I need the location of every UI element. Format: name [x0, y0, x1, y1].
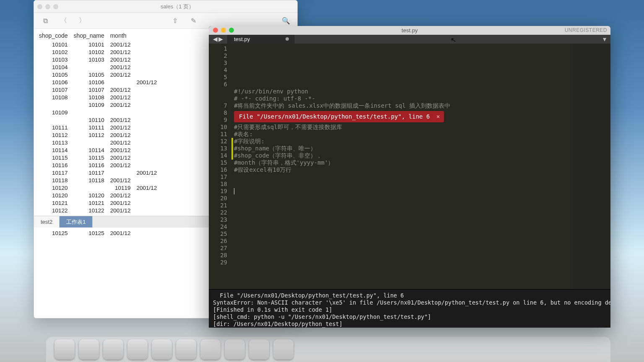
- table-cell[interactable]: 2001/12: [109, 124, 135, 131]
- build-output-panel[interactable]: File "/Users/nx01/Desktop/python_test/te…: [209, 289, 610, 328]
- table-cell[interactable]: 10112: [72, 131, 109, 139]
- table-cell[interactable]: 10108: [72, 93, 109, 101]
- table-cell[interactable]: 10107: [37, 86, 72, 93]
- table-cell[interactable]: 10102: [37, 48, 72, 56]
- editor-titlebar[interactable]: test.py UNREGISTERED: [209, 26, 610, 35]
- table-cell[interactable]: 2001/12: [109, 191, 135, 199]
- table-cell[interactable]: 2001/12: [109, 93, 135, 101]
- editor-area[interactable]: 123456 789101112131415161718192021222324…: [209, 44, 610, 289]
- sheet-tab-test2[interactable]: test2: [34, 216, 60, 228]
- dock-app[interactable]: [103, 339, 123, 359]
- table-cell[interactable]: 10121: [72, 199, 109, 207]
- table-cell[interactable]: 10114: [37, 146, 72, 154]
- dock-app[interactable]: [55, 339, 75, 359]
- dock-app[interactable]: [225, 339, 245, 359]
- table-cell[interactable]: 2001/12: [109, 86, 135, 93]
- table-cell[interactable]: 10120: [37, 191, 72, 199]
- table-cell[interactable]: 2001/12: [109, 56, 135, 63]
- table-cell[interactable]: 10122: [72, 207, 109, 214]
- table-cell[interactable]: 2001/12: [109, 48, 135, 56]
- table-cell[interactable]: [72, 139, 109, 146]
- table-cell[interactable]: [37, 116, 72, 124]
- tab-prev-icon[interactable]: ◀: [213, 36, 218, 42]
- table-cell[interactable]: 10118: [37, 176, 72, 184]
- table-cell[interactable]: 2001/12: [109, 101, 135, 109]
- edit-icon[interactable]: ✎: [187, 16, 200, 26]
- nav-forward-icon[interactable]: 〉: [76, 16, 88, 26]
- table-cell[interactable]: [109, 78, 135, 86]
- table-cell[interactable]: 10115: [72, 154, 109, 161]
- table-cell[interactable]: 10117: [37, 169, 72, 176]
- table-cell[interactable]: 10103: [37, 56, 72, 63]
- table-cell[interactable]: 10105: [72, 71, 109, 78]
- table-cell[interactable]: [72, 63, 109, 71]
- table-cell[interactable]: 10109: [72, 101, 109, 109]
- table-cell[interactable]: 10122: [37, 207, 72, 214]
- table-cell[interactable]: 2001/12: [109, 161, 135, 169]
- table-cell[interactable]: 10106: [37, 78, 72, 86]
- table-cell[interactable]: 2001/12: [109, 199, 135, 207]
- table-cell[interactable]: [109, 109, 135, 116]
- table-cell[interactable]: 2001/12: [109, 176, 135, 184]
- table-cell[interactable]: 10116: [72, 161, 109, 169]
- dock-app[interactable]: [152, 339, 172, 359]
- table-cell[interactable]: 2001/12: [109, 63, 135, 71]
- table-cell[interactable]: 10125: [37, 229, 72, 237]
- table-cell[interactable]: 10125: [72, 229, 109, 237]
- table-cell[interactable]: 10103: [72, 56, 109, 63]
- dock-app[interactable]: [79, 339, 99, 359]
- table-cell[interactable]: 10108: [37, 93, 72, 101]
- close-icon[interactable]: ×: [436, 113, 440, 120]
- dock-app[interactable]: [200, 339, 221, 359]
- table-cell[interactable]: 10111: [72, 124, 109, 131]
- table-cell[interactable]: 2001/12: [109, 131, 135, 139]
- table-cell[interactable]: 10115: [37, 154, 72, 161]
- table-cell[interactable]: [72, 109, 109, 116]
- table-cell[interactable]: 10106: [72, 78, 109, 86]
- table-cell[interactable]: 10116: [37, 161, 72, 169]
- table-cell[interactable]: [72, 184, 109, 191]
- table-cell[interactable]: 2001/12: [109, 71, 135, 78]
- minimize-icon[interactable]: [45, 4, 50, 9]
- table-cell[interactable]: 10101: [37, 41, 72, 48]
- dock-app[interactable]: [249, 339, 269, 359]
- zoom-icon[interactable]: [53, 4, 58, 9]
- code-content[interactable]: #!/usr/bin/env python# -*- coding: utf-8…: [231, 44, 610, 289]
- table-cell[interactable]: 10120: [37, 184, 72, 191]
- table-cell[interactable]: 10107: [72, 86, 109, 93]
- spreadsheet-titlebar[interactable]: sales（1 页）: [34, 0, 297, 13]
- sheet-tab-worksheet1[interactable]: 工作表1: [60, 216, 93, 228]
- table-cell[interactable]: 2001/12: [109, 146, 135, 154]
- table-cell[interactable]: 10119: [109, 184, 135, 191]
- table-cell[interactable]: 10105: [37, 71, 72, 78]
- table-cell[interactable]: 2001/12: [109, 207, 135, 214]
- table-cell[interactable]: 10120: [72, 191, 109, 199]
- dock-app[interactable]: [127, 339, 148, 359]
- dock-app[interactable]: [176, 339, 196, 359]
- nav-back-icon[interactable]: 〈: [57, 16, 70, 26]
- table-cell[interactable]: 2001/12: [109, 154, 135, 161]
- close-icon[interactable]: [37, 4, 42, 9]
- table-cell[interactable]: 2001/12: [135, 184, 161, 191]
- sidebar-toggle-icon[interactable]: ⧉: [39, 16, 52, 26]
- table-cell[interactable]: 2001/12: [109, 116, 135, 124]
- table-cell[interactable]: 2001/12: [109, 229, 135, 237]
- table-cell[interactable]: 2001/12: [109, 41, 135, 48]
- table-cell[interactable]: 10109: [37, 109, 72, 116]
- table-cell[interactable]: 10114: [72, 146, 109, 154]
- dock-app[interactable]: [273, 339, 293, 359]
- tab-test-py[interactable]: test.py: [227, 35, 294, 44]
- table-cell[interactable]: [109, 169, 135, 176]
- table-cell[interactable]: 2001/12: [135, 78, 161, 86]
- table-cell[interactable]: [37, 101, 72, 109]
- table-cell[interactable]: 10111: [37, 124, 72, 131]
- table-cell[interactable]: 10117: [72, 169, 109, 176]
- table-cell[interactable]: 10118: [72, 176, 109, 184]
- table-cell[interactable]: 10110: [72, 116, 109, 124]
- table-cell[interactable]: 2001/12: [109, 139, 135, 146]
- table-cell[interactable]: 10101: [72, 41, 109, 48]
- minimap[interactable]: [573, 44, 610, 289]
- table-cell[interactable]: 10104: [37, 63, 72, 71]
- search-icon[interactable]: 🔍: [280, 16, 292, 26]
- table-cell[interactable]: 2001/12: [135, 169, 161, 176]
